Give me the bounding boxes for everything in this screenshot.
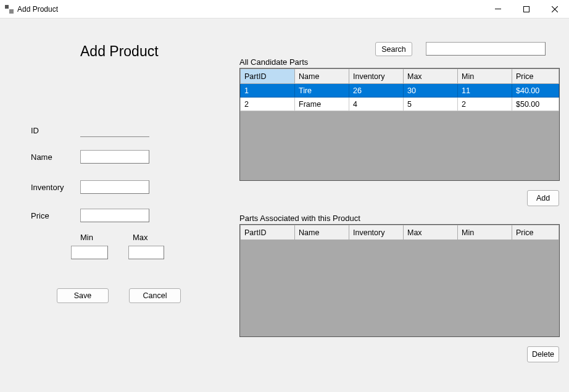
- price-input[interactable]: [80, 209, 149, 222]
- row-id: ID: [31, 123, 149, 137]
- candidate-grid-label: All Candidate Parts: [239, 57, 308, 67]
- cell: Tire: [295, 84, 349, 98]
- column-header[interactable]: Min: [458, 69, 512, 84]
- cell: $40.00: [512, 84, 559, 98]
- minimize-button[interactable]: [484, 0, 512, 19]
- name-input[interactable]: [80, 150, 149, 164]
- cell: 30: [404, 84, 458, 98]
- associated-table: PartIDNameInventoryMaxMinPrice: [240, 225, 559, 240]
- candidate-table: PartIDNameInventoryMaxMinPrice1Tire26301…: [240, 69, 559, 111]
- save-button[interactable]: Save: [57, 288, 109, 303]
- cell: 1: [241, 84, 295, 98]
- page-title: Add Product: [80, 43, 159, 60]
- price-label: Price: [31, 211, 80, 220]
- close-button[interactable]: [541, 0, 569, 19]
- column-header[interactable]: Name: [295, 225, 349, 240]
- window-title: Add Product: [17, 5, 58, 14]
- search-input[interactable]: [426, 42, 546, 56]
- cancel-button[interactable]: Cancel: [129, 288, 181, 303]
- maximize-icon: [523, 6, 530, 12]
- candidate-parts-grid[interactable]: PartIDNameInventoryMaxMinPrice1Tire26301…: [239, 68, 560, 181]
- column-header[interactable]: Min: [458, 225, 512, 240]
- cell: 11: [458, 84, 512, 98]
- row-inventory: Inventory: [31, 180, 149, 194]
- inventory-input[interactable]: [80, 180, 149, 194]
- row-name: Name: [31, 150, 149, 164]
- titlebar-left: Add Product: [0, 5, 58, 14]
- minimize-icon: [495, 9, 501, 9]
- cell: 26: [349, 84, 404, 98]
- id-label: ID: [31, 126, 80, 135]
- column-header[interactable]: Name: [295, 69, 349, 84]
- min-input[interactable]: [71, 246, 108, 259]
- associated-grid-label: Parts Associated with this Product: [239, 214, 360, 223]
- column-header[interactable]: Price: [512, 225, 559, 240]
- window-controls: [484, 0, 569, 19]
- svg-rect-0: [495, 9, 501, 9]
- search-button[interactable]: Search: [375, 42, 412, 56]
- add-button[interactable]: Add: [527, 190, 559, 206]
- table-row[interactable]: 2Frame452$50.00: [241, 98, 559, 111]
- row-price: Price: [31, 209, 149, 222]
- cell: 5: [404, 98, 458, 111]
- app-icon: [5, 5, 14, 14]
- cell: 2: [458, 98, 512, 111]
- titlebar: Add Product: [0, 0, 569, 19]
- column-header[interactable]: Max: [404, 69, 458, 84]
- table-row[interactable]: 1Tire263011$40.00: [241, 84, 559, 98]
- cell: 4: [349, 98, 404, 111]
- inventory-label: Inventory: [31, 183, 80, 192]
- column-header[interactable]: Max: [404, 225, 458, 240]
- cell: 2: [241, 98, 295, 111]
- cell: Frame: [295, 98, 349, 111]
- close-icon: [552, 6, 558, 12]
- content-area: Add Product ID Name Inventory Price Min …: [0, 19, 569, 392]
- max-label: Max: [133, 233, 148, 242]
- column-header[interactable]: Price: [512, 69, 559, 84]
- max-input[interactable]: [128, 246, 164, 259]
- column-header[interactable]: Inventory: [349, 225, 404, 240]
- min-label: Min: [80, 233, 93, 242]
- cell: $50.00: [512, 98, 559, 111]
- svg-rect-1: [524, 6, 530, 12]
- associated-parts-grid[interactable]: PartIDNameInventoryMaxMinPrice: [239, 224, 560, 337]
- delete-button[interactable]: Delete: [527, 346, 559, 362]
- id-input: [80, 123, 149, 137]
- maximize-button[interactable]: [512, 0, 541, 19]
- column-header[interactable]: Inventory: [349, 69, 404, 84]
- name-label: Name: [31, 152, 80, 162]
- column-header[interactable]: PartID: [241, 69, 295, 84]
- column-header[interactable]: PartID: [241, 225, 295, 240]
